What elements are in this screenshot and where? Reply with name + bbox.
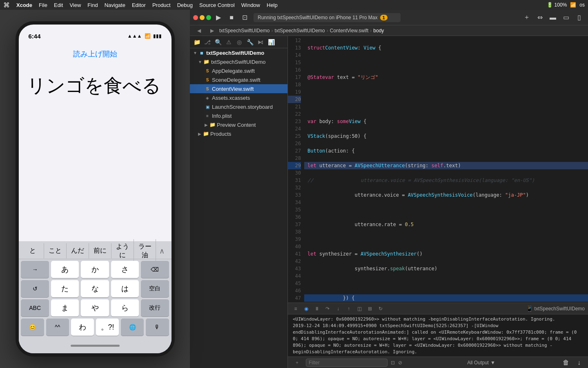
traffic-light-close[interactable] <box>193 15 198 20</box>
breadcrumb-item-3[interactable]: body <box>373 28 384 34</box>
debug-step-out-icon[interactable]: ↑ <box>344 304 353 313</box>
key-emoji[interactable]: 😊 <box>21 319 44 336</box>
key-arrow[interactable]: → <box>21 261 49 278</box>
menu-file[interactable]: File <box>39 2 47 8</box>
menu-editor[interactable]: Editor <box>132 2 146 8</box>
file-tree-issue-icon[interactable]: ⚠ <box>224 38 233 47</box>
debug-active-icon[interactable]: ◉ <box>302 304 311 313</box>
key-ma[interactable]: ま <box>51 299 79 316</box>
key-space[interactable]: 空白 <box>141 280 169 297</box>
xcode-toolbar: ▶ ■ ⊡ Running txtSpeechSwiftUIDemo on iP… <box>190 10 588 25</box>
traffic-light-minimize[interactable] <box>200 15 205 20</box>
nav-forward-button[interactable]: ▶ <box>206 25 218 36</box>
debug-memory-icon[interactable]: ◫ <box>355 304 364 313</box>
file-tree-root-label: txtSpeechSwiftUIDemo <box>206 50 264 56</box>
nav-back-button[interactable]: ◀ <box>193 25 205 36</box>
phone-read-button-text[interactable]: 読み上げ開始 <box>73 50 117 58</box>
key-globe[interactable]: 🌐 <box>121 319 144 336</box>
suggestion-5[interactable]: ラー油 <box>134 239 156 263</box>
debug-filter-input[interactable] <box>306 359 388 367</box>
add-button[interactable]: ＋ <box>521 12 532 23</box>
menu-debug[interactable]: Debug <box>177 2 193 8</box>
panel-layout-1[interactable]: ▬ <box>547 12 559 23</box>
breadcrumb-item-1[interactable]: txtSpeechSwiftUIDemo <box>274 28 325 34</box>
file-tree-folder-icon[interactable]: 📁 <box>192 38 201 47</box>
debug-simulate-icon[interactable]: ↻ <box>376 304 385 313</box>
file-tree-item-assets[interactable]: ◈ Assets.xcassets <box>190 93 287 102</box>
menu-edit[interactable]: Edit <box>54 2 63 8</box>
key-delete[interactable]: ⌫ <box>141 261 169 278</box>
key-abc[interactable]: ABC <box>21 299 49 316</box>
file-tree-group-label: txtSpeechSwiftUIDemo <box>211 59 266 65</box>
toolbar-play-button[interactable]: ▶ <box>213 12 224 23</box>
menu-view[interactable]: View <box>69 2 81 8</box>
phone-main-text-area[interactable]: リンゴを食べる <box>19 65 172 241</box>
panel-layout-2[interactable]: ▭ <box>560 12 572 23</box>
suggestion-1[interactable]: こと <box>44 243 67 258</box>
file-tree-test-icon[interactable]: ◎ <box>235 38 244 47</box>
debug-step-over-icon[interactable]: ↷ <box>323 304 332 313</box>
file-tree-item-appdelegate[interactable]: S AppDelegate.swift <box>190 66 287 75</box>
debug-output-dropdown-icon[interactable]: ▼ <box>490 360 495 366</box>
suggestion-3[interactable]: 前に <box>89 243 111 258</box>
key-ya[interactable]: や <box>81 299 109 316</box>
file-tree-scm-icon[interactable]: ⎇ <box>203 38 212 47</box>
file-tree-item-products[interactable]: ▶ 📁 Products <box>190 129 287 138</box>
debug-step-in-icon[interactable]: ↓ <box>334 304 343 313</box>
code-editor[interactable]: 1213141516 17181920 2122232425 26272829 … <box>288 36 588 303</box>
toolbar-scheme-button[interactable]: ⊡ <box>239 12 250 23</box>
panel-layout-3[interactable]: ▯ <box>573 12 585 23</box>
key-a[interactable]: あ <box>51 261 79 278</box>
key-kana-special[interactable]: ^^ <box>46 319 69 336</box>
debug-pause-icon[interactable]: ⏸ <box>312 304 321 313</box>
key-ka[interactable]: か <box>81 261 109 278</box>
debug-trash-button[interactable]: 🗑 <box>560 357 572 368</box>
file-tree-item-preview-content[interactable]: ▶ 📁 Preview Content <box>190 120 287 129</box>
suggestion-2[interactable]: んだ <box>67 243 89 258</box>
menu-product[interactable]: Product <box>152 2 171 8</box>
key-na[interactable]: な <box>81 280 109 297</box>
key-ta[interactable]: た <box>51 280 79 297</box>
menu-help[interactable]: Help <box>267 2 278 8</box>
file-tree-item-scenedelegate[interactable]: S SceneDelegate.swift <box>190 75 287 84</box>
file-tree-report-icon[interactable]: 📊 <box>267 38 276 47</box>
key-ra[interactable]: ら <box>111 299 139 316</box>
key-sa[interactable]: さ <box>111 261 139 278</box>
breadcrumb-item-2[interactable]: ContentView.swift <box>330 28 369 34</box>
suggestion-4[interactable]: ように <box>111 239 134 263</box>
key-ha[interactable]: は <box>111 280 139 297</box>
code-line-26: let synthesizer = AVSpeechSynthesizer() <box>304 250 588 258</box>
file-tree-item-launchscreen[interactable]: ▣ LaunchScreen.storyboard <box>190 102 287 111</box>
debug-add-button[interactable]: ＋ <box>291 357 303 368</box>
key-punctuation[interactable]: 。?! <box>96 319 119 336</box>
debug-environment-icon[interactable]: ⊞ <box>365 304 374 313</box>
file-tree-item-infoplist[interactable]: ≡ Info.plist <box>190 111 287 120</box>
menubar-right: 🔋 100% 📶 os <box>547 2 585 8</box>
menu-find[interactable]: Find <box>87 2 98 8</box>
debug-console-icon[interactable]: ≡ <box>291 304 300 313</box>
traffic-light-maximize[interactable] <box>206 15 211 20</box>
layout-toggle-button[interactable]: ⇔ <box>534 12 546 23</box>
file-tree-breakpoint-icon[interactable]: ⧑ <box>256 38 265 47</box>
key-return[interactable]: 改行 <box>141 299 169 316</box>
file-tree-group[interactable]: ▼ 📁 txtSpeechSwiftUIDemo <box>190 57 287 66</box>
menu-window[interactable]: Window <box>241 2 260 8</box>
apple-menu-icon[interactable]: ⌘ <box>3 1 10 9</box>
file-tree-search-icon[interactable]: 🔍 <box>214 38 223 47</box>
breadcrumb-item-0[interactable]: txtSpeechSwiftUIDemo <box>219 28 270 34</box>
suggestion-0[interactable]: と <box>22 243 45 258</box>
toolbar-stop-button[interactable]: ■ <box>226 12 237 23</box>
debug-clear-button[interactable]: ↓ <box>573 357 585 368</box>
file-tree-root[interactable]: ▼ ■ txtSpeechSwiftUIDemo <box>190 48 287 57</box>
file-tree-item-contentview[interactable]: S ContentView.swift <box>190 84 287 93</box>
key-undo[interactable]: ↺ <box>21 280 49 297</box>
expand-suggestions-icon[interactable]: ∧ <box>156 243 168 259</box>
key-mic[interactable]: 🎙 <box>146 319 169 336</box>
menu-navigate[interactable]: Navigate <box>105 2 125 8</box>
file-tree-debug-icon[interactable]: 🔧 <box>245 38 254 47</box>
menu-source-control[interactable]: Source Control <box>199 2 235 8</box>
phone-read-button-container[interactable]: 読み上げ開始 <box>19 43 172 65</box>
menu-xcode[interactable]: Xcode <box>16 2 32 8</box>
key-wa[interactable]: わ <box>71 319 94 336</box>
phone-keyboard[interactable]: と こと んだ 前に ように ラー油 ∧ → あ か さ ⌫ <box>19 241 172 353</box>
